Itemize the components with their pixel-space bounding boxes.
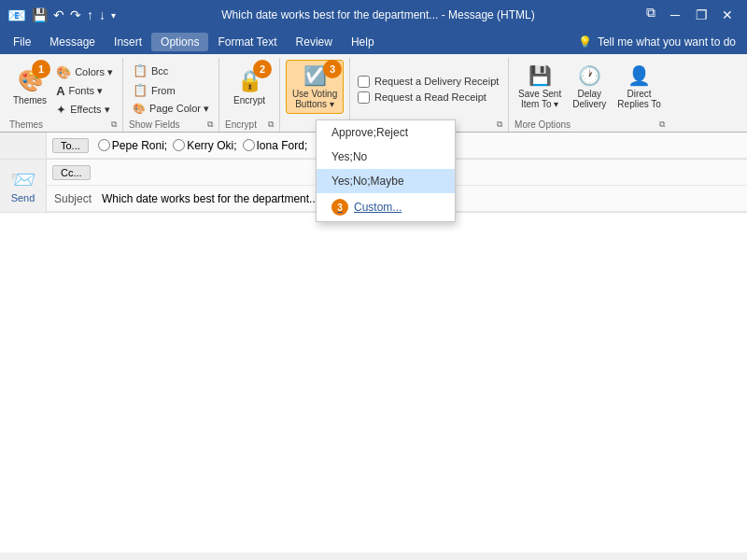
title-bar-left: 📧 💾 ↶ ↷ ↑ ↓ ▾	[7, 7, 116, 24]
voting-label: Use VotingButtons ▾	[292, 89, 337, 109]
ribbon-group-more-options: 💾 Save SentItem To ▾ 🕐 DelayDelivery 👤 D…	[509, 58, 670, 132]
fonts-button[interactable]: A Fonts ▾	[52, 82, 117, 100]
approve-reject-label: Approve;Reject	[331, 126, 408, 139]
direct-label: DirectReplies To	[617, 89, 661, 109]
direct-icon: 👤	[627, 64, 651, 87]
more-options-launcher[interactable]: ⧉	[659, 119, 665, 130]
themes-group-label: Themes	[9, 119, 43, 130]
menu-bar: File Message Insert Options Format Text …	[0, 30, 747, 54]
menu-help[interactable]: Help	[342, 33, 384, 51]
tell-me-bar[interactable]: 💡 Tell me what you want to do	[571, 35, 743, 49]
dropdown-yes-no[interactable]: Yes;No	[317, 145, 455, 169]
page-color-button[interactable]: 🎨 Page Color ▾	[129, 101, 213, 117]
voting-dropdown-menu: Approve;Reject Yes;No Yes;No;Maybe 3 Cus…	[316, 119, 456, 222]
delivery-receipt-input[interactable]	[358, 76, 370, 88]
colors-button[interactable]: 🎨 Colors ▾	[52, 63, 117, 81]
send-label: Send	[11, 192, 35, 203]
minimize-button[interactable]: ─	[663, 3, 687, 27]
cc-button[interactable]: Cc...	[52, 165, 91, 180]
menu-options[interactable]: Options	[151, 33, 208, 51]
from-button[interactable]: 📋 From	[129, 81, 213, 99]
more-options-label: More Options	[514, 119, 571, 130]
badge-3-inline: 3	[331, 199, 348, 216]
read-receipt-input[interactable]	[358, 91, 370, 104]
bcc-button[interactable]: 📋 Bcc	[129, 62, 213, 79]
send-button[interactable]: 📨 Send	[0, 160, 47, 212]
badge-1: 1	[32, 60, 50, 78]
from-icon: 📋	[133, 83, 148, 97]
page-color-icon: 🎨	[133, 103, 146, 115]
encrypt-group-label: Encrypt	[225, 119, 257, 130]
effects-button[interactable]: ✦ Effects ▾	[52, 101, 117, 119]
ribbon-group-themes: 🎨 Themes 1 🎨 Colors ▾ A Fonts ▾	[4, 58, 123, 132]
title-bar: 📧 💾 ↶ ↷ ↑ ↓ ▾ Which date works best for …	[0, 0, 747, 30]
title-bar-controls: ⧉ ─ ❐ ✕	[641, 3, 740, 27]
bcc-icon: 📋	[133, 63, 148, 77]
fonts-icon: A	[56, 84, 64, 98]
show-fields-label: Show Fields	[129, 119, 179, 130]
delay-icon: 🕐	[578, 64, 601, 87]
upload-icon[interactable]: ↑	[87, 7, 93, 22]
read-receipt-label: Request a Read Receipt	[374, 91, 486, 103]
ribbon-group-show-fields: 📋 Bcc 📋 From 🎨 Page Color ▾ Show Fields …	[123, 58, 219, 132]
tile-icon[interactable]: ⧉	[641, 3, 661, 27]
delay-label: DelayDelivery	[572, 89, 606, 109]
restore-button[interactable]: ❐	[689, 3, 713, 27]
save-sent-button[interactable]: 💾 Save SentItem To ▾	[514, 60, 565, 114]
recipient-pepe: Pepe Roni;	[98, 139, 167, 152]
dropdown-yes-no-maybe[interactable]: Yes;No;Maybe	[317, 169, 455, 193]
outlook-logo-icon: 📧	[7, 7, 26, 24]
to-button[interactable]: To...	[52, 138, 89, 153]
tell-me-placeholder: Tell me what you want to do	[598, 35, 736, 49]
recipient-kerry: Kerry Oki;	[173, 139, 236, 152]
encrypt-label: Encrypt	[233, 95, 265, 105]
menu-message[interactable]: Message	[40, 33, 105, 51]
menu-format-text[interactable]: Format Text	[208, 33, 286, 51]
delivery-receipt-label: Request a Delivery Receipt	[374, 76, 499, 87]
send-icon: 📨	[10, 168, 35, 192]
compose-body[interactable]	[0, 212, 747, 553]
close-button[interactable]: ✕	[715, 3, 740, 27]
menu-file[interactable]: File	[4, 33, 40, 51]
badge-3: 3	[323, 60, 342, 78]
delivery-receipt-checkbox[interactable]: Request a Delivery Receipt	[358, 76, 499, 88]
themes-dialog-launcher[interactable]: ⧉	[111, 119, 117, 130]
send-button-area[interactable]	[0, 133, 47, 159]
save-sent-label: Save SentItem To ▾	[518, 89, 561, 109]
read-receipt-checkbox[interactable]: Request a Read Receipt	[358, 91, 486, 104]
encrypt-launcher[interactable]: ⧉	[268, 119, 274, 130]
menu-review[interactable]: Review	[287, 33, 342, 51]
tracking-launcher[interactable]: ⧉	[497, 119, 502, 130]
direct-button[interactable]: 👤 DirectReplies To	[613, 60, 665, 114]
save-sent-icon: 💾	[529, 64, 552, 87]
yes-no-label: Yes;No	[331, 150, 367, 163]
themes-label: Themes	[13, 95, 47, 105]
effects-icon: ✦	[56, 103, 66, 117]
undo-icon[interactable]: ↶	[53, 7, 64, 22]
dropdown-custom[interactable]: 3 Custom...	[317, 193, 455, 221]
colors-icon: 🎨	[56, 65, 71, 79]
download-icon[interactable]: ↓	[99, 7, 106, 22]
lightbulb-icon: 💡	[578, 35, 592, 49]
redo-icon[interactable]: ↷	[70, 7, 81, 22]
save-icon[interactable]: 💾	[32, 7, 48, 22]
yes-no-maybe-label: Yes;No;Maybe	[331, 175, 404, 188]
ribbon-group-encrypt: 🔒 Encrypt 2 Encrypt ⧉	[219, 58, 280, 132]
delay-button[interactable]: 🕐 DelayDelivery	[569, 60, 610, 114]
window-title: Which date works best for the department…	[116, 8, 641, 21]
menu-insert[interactable]: Insert	[105, 33, 151, 51]
dropdown-approve-reject[interactable]: Approve;Reject	[317, 120, 455, 145]
recipient-iona: Iona Ford;	[243, 139, 308, 152]
show-fields-launcher[interactable]: ⧉	[207, 119, 213, 130]
badge-2: 2	[253, 60, 272, 78]
subject-label: Subject	[47, 192, 98, 205]
custom-label: Custom...	[354, 201, 402, 214]
